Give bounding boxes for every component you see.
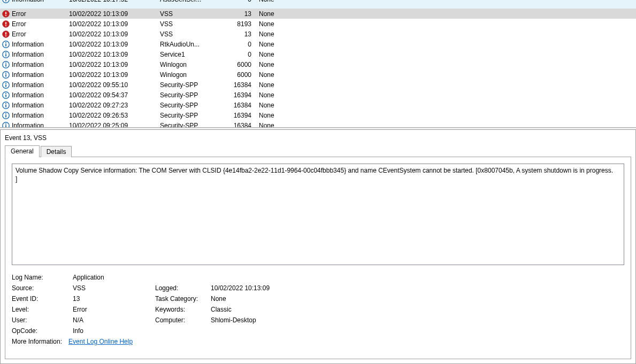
cell-eventid: 0 bbox=[227, 49, 257, 59]
info-icon bbox=[2, 51, 10, 58]
info-icon bbox=[2, 122, 10, 128]
value-logged: 10/02/2022 10:13:09 bbox=[211, 284, 624, 292]
cell-date: 10/02/2022 10:13:09 bbox=[67, 9, 158, 19]
cell-category: None bbox=[257, 59, 636, 69]
cell-source: VSS bbox=[158, 9, 227, 19]
table-row[interactable]: Information10/02/2022 09:27:23Security-S… bbox=[0, 100, 636, 110]
cell-date: 10/02/2022 09:55:10 bbox=[67, 80, 158, 90]
table-row[interactable]: Information10/02/2022 10:13:09Service10N… bbox=[0, 49, 636, 59]
cell-level: Information bbox=[12, 112, 44, 119]
cell-source: Security-SPP bbox=[158, 100, 227, 110]
cell-date: 10/02/2022 10:13:09 bbox=[67, 69, 158, 80]
cell-category: None bbox=[257, 9, 636, 19]
cell-level: Error bbox=[12, 20, 26, 28]
event-list-pane[interactable]: Information10/02/2022 10:17:52AsusCertSe… bbox=[0, 0, 636, 127]
cell-date: 10/02/2022 10:17:52 bbox=[69, 0, 128, 3]
cell-level: Information bbox=[12, 41, 44, 48]
cell-date: 10/02/2022 09:27:23 bbox=[67, 100, 158, 110]
info-icon bbox=[2, 81, 10, 89]
cell-level: Information bbox=[12, 102, 44, 109]
cell-date: 10/02/2022 10:13:09 bbox=[67, 49, 158, 59]
event-description[interactable]: Volume Shadow Copy Service information: … bbox=[12, 164, 624, 265]
table-row[interactable]: Information10/02/2022 09:26:53Security-S… bbox=[0, 110, 636, 120]
cell-category: None bbox=[257, 120, 636, 127]
table-row[interactable]: Information10/02/2022 09:55:10Security-S… bbox=[0, 80, 636, 90]
info-icon bbox=[2, 102, 10, 109]
cell-source: VSS bbox=[158, 19, 227, 29]
cell-level: Information bbox=[12, 0, 44, 3]
cell-category: None bbox=[257, 19, 636, 29]
cell-date: 10/02/2022 10:13:09 bbox=[67, 59, 158, 69]
cell-source: VSS bbox=[158, 29, 227, 39]
info-icon bbox=[2, 91, 10, 99]
cell-level: Information bbox=[12, 51, 44, 58]
tab-details[interactable]: Details bbox=[41, 146, 72, 157]
cell-level: Information bbox=[12, 61, 44, 68]
table-row[interactable]: Error10/02/2022 10:13:09VSS13None bbox=[0, 9, 636, 19]
value-eventid: 13 bbox=[73, 295, 153, 303]
error-icon bbox=[2, 20, 10, 28]
cell-eventid: 16394 bbox=[227, 90, 257, 100]
cell-category: None bbox=[259, 0, 274, 3]
info-icon bbox=[2, 41, 10, 48]
table-row[interactable]: Information10/02/2022 09:25:09Security-S… bbox=[0, 120, 636, 127]
cell-category: None bbox=[257, 29, 636, 39]
label-user: User: bbox=[12, 316, 71, 324]
error-icon bbox=[2, 30, 10, 38]
value-taskcat: None bbox=[211, 295, 624, 303]
label-eventid: Event ID: bbox=[12, 295, 71, 303]
cell-eventid: 16384 bbox=[227, 120, 257, 127]
cell-source: RtkAudioUn... bbox=[158, 39, 227, 49]
value-logname: Application bbox=[73, 274, 624, 281]
table-row[interactable]: Information10/02/2022 10:13:09Winlogon60… bbox=[0, 59, 636, 69]
cell-eventid: 0 bbox=[248, 0, 251, 3]
info-icon bbox=[2, 112, 10, 119]
event-properties: Log Name: Application Source: VSS Logged… bbox=[12, 274, 624, 335]
help-link[interactable]: Event Log Online Help bbox=[68, 338, 133, 345]
tab-general[interactable]: General bbox=[5, 145, 40, 157]
table-row[interactable]: Information10/02/2022 10:13:09Winlogon60… bbox=[0, 69, 636, 80]
label-opcode: OpCode: bbox=[12, 327, 71, 335]
cell-level: Information bbox=[12, 81, 44, 89]
cell-eventid: 13 bbox=[227, 9, 257, 19]
cell-source: Service1 bbox=[158, 49, 227, 59]
error-icon bbox=[2, 10, 10, 18]
cell-source: Security-SPP bbox=[158, 120, 227, 127]
cell-source: Security-SPP bbox=[158, 80, 227, 90]
table-row[interactable]: Information10/02/2022 10:13:09RtkAudioUn… bbox=[0, 39, 636, 49]
event-table: Information10/02/2022 10:17:52AsusCertSe… bbox=[0, 0, 636, 127]
label-keywords: Keywords: bbox=[155, 306, 209, 313]
value-user: N/A bbox=[73, 316, 153, 324]
cell-eventid: 8193 bbox=[227, 19, 257, 29]
label-moreinfo: More Information: bbox=[12, 338, 62, 345]
value-level: Error bbox=[73, 306, 153, 313]
value-source: VSS bbox=[73, 284, 153, 292]
cell-eventid: 0 bbox=[227, 39, 257, 49]
cell-date: 10/02/2022 10:13:09 bbox=[67, 29, 158, 39]
cell-eventid: 16384 bbox=[227, 80, 257, 90]
label-computer: Computer: bbox=[155, 316, 209, 324]
cell-eventid: 6000 bbox=[227, 59, 257, 69]
table-row[interactable]: Error10/02/2022 10:13:09VSS8193None bbox=[0, 19, 636, 29]
tab-panel-general: Volume Shadow Copy Service information: … bbox=[5, 157, 631, 359]
cell-eventid: 16394 bbox=[227, 110, 257, 120]
cell-category: None bbox=[257, 100, 636, 110]
cell-date: 10/02/2022 09:26:53 bbox=[67, 110, 158, 120]
label-logged: Logged: bbox=[155, 284, 209, 292]
cell-source: Winlogon bbox=[158, 69, 227, 80]
cell-level: Error bbox=[12, 30, 26, 38]
cell-eventid: 6000 bbox=[227, 69, 257, 80]
event-title: Event 13, VSS bbox=[5, 133, 631, 145]
cell-eventid: 16384 bbox=[227, 100, 257, 110]
cell-level: Error bbox=[12, 10, 26, 18]
cell-category: None bbox=[257, 80, 636, 90]
table-row[interactable]: Information10/02/2022 09:54:37Security-S… bbox=[0, 90, 636, 100]
table-row[interactable]: Information10/02/2022 10:17:52AsusCertSe… bbox=[0, 0, 636, 9]
cell-eventid: 13 bbox=[227, 29, 257, 39]
info-icon bbox=[2, 71, 10, 79]
event-detail-pane: Event 13, VSS General Details Volume Sha… bbox=[0, 130, 636, 364]
info-icon bbox=[2, 61, 10, 68]
cell-level: Information bbox=[12, 91, 44, 99]
label-logname: Log Name: bbox=[12, 274, 71, 281]
table-row[interactable]: Error10/02/2022 10:13:09VSS13None bbox=[0, 29, 636, 39]
